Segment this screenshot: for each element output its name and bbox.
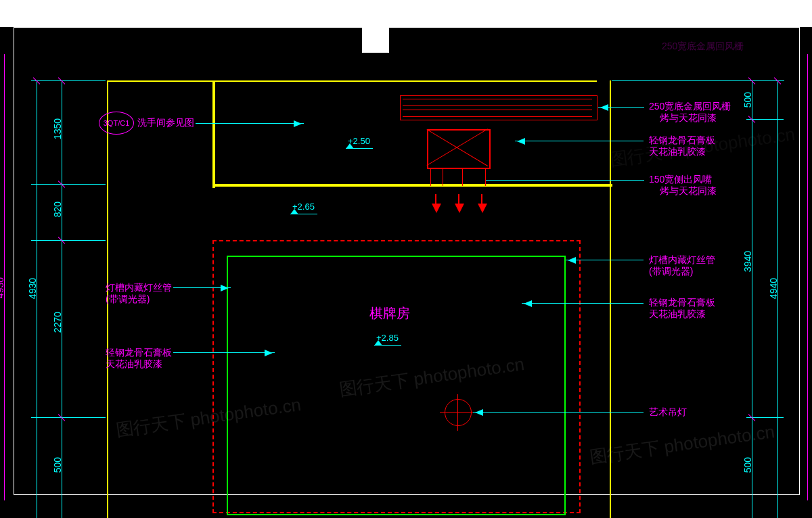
dim-value: 500 bbox=[52, 457, 63, 473]
dim-value: 3940 bbox=[742, 251, 753, 272]
wall-top bbox=[107, 80, 597, 82]
label-return-air-2: 烤与天花同漆 bbox=[660, 112, 717, 124]
label-gypsum-r2-2: 天花油乳胶漆 bbox=[649, 308, 706, 321]
leader-line bbox=[566, 260, 644, 260]
leader-line bbox=[522, 303, 644, 304]
chandelier-symbol bbox=[445, 399, 472, 426]
dim-value-magenta: 4930 bbox=[0, 277, 5, 298]
dim-value-overall: 4930 bbox=[27, 278, 38, 299]
label-gypsum-left: 轻钢龙骨石膏板 bbox=[106, 347, 172, 359]
label-supply-air: 150宽侧出风嘴 bbox=[649, 174, 712, 186]
dim-value: 1350 bbox=[52, 118, 63, 139]
ghost-annotation: 250宽底金属回风栅 bbox=[662, 41, 744, 53]
soffit-inner-line bbox=[227, 256, 566, 515]
label-cove-light-right: 灯槽内藏灯丝管 bbox=[649, 254, 715, 266]
label-cove-light-left: 灯槽内藏灯丝管 bbox=[106, 282, 172, 294]
label-cove-light-left-2: (带调光器) bbox=[106, 293, 150, 306]
label-cove-light-right-2: (带调光器) bbox=[649, 266, 693, 278]
label-chandelier: 艺术吊灯 bbox=[649, 406, 687, 419]
dim-line-right-inner bbox=[752, 80, 752, 518]
label-washroom-ref: 洗手间参见图 bbox=[137, 117, 194, 129]
elevation-mark-icon bbox=[374, 345, 401, 346]
dim-ext-line bbox=[31, 240, 106, 241]
label-supply-air-2: 烤与天花同漆 bbox=[660, 185, 717, 197]
dim-line-outer-magenta bbox=[807, 54, 808, 500]
dim-ext-line bbox=[612, 80, 784, 81]
dim-value-overall: 4940 bbox=[768, 278, 779, 299]
wall-partition-vert bbox=[212, 80, 215, 188]
wall-partition-horiz bbox=[212, 184, 612, 187]
dim-value: 500 bbox=[742, 92, 753, 108]
dim-ext-line bbox=[31, 80, 106, 81]
title-bar bbox=[0, 0, 812, 27]
leader-line bbox=[598, 107, 644, 108]
airflow-arrow-icon bbox=[481, 194, 482, 206]
leader-line bbox=[196, 123, 304, 124]
leader-line bbox=[473, 412, 644, 413]
dim-value: 500 bbox=[742, 457, 753, 473]
dim-value: 2270 bbox=[52, 312, 63, 333]
dim-line-left-inner bbox=[62, 80, 62, 518]
wall-right bbox=[610, 80, 611, 518]
dim-ext-line bbox=[31, 184, 106, 185]
leader-line bbox=[486, 180, 554, 181]
room-name-label: 棋牌房 bbox=[369, 305, 410, 322]
label-gypsum-r2: 轻钢龙骨石膏板 bbox=[649, 297, 715, 309]
reference-bubble: 3QT/C1 bbox=[99, 112, 134, 135]
dim-line-right-outer bbox=[777, 80, 778, 518]
label-gypsum-r1-2: 天花油乳胶漆 bbox=[649, 146, 706, 158]
drawing-viewport[interactable]: 棋牌房 +2.50 +2.65 +2.85 3QT/C1 洗手间参见图 灯槽内藏… bbox=[14, 27, 800, 495]
leader-line bbox=[173, 352, 275, 353]
airflow-arrow-icon bbox=[435, 194, 436, 206]
label-return-air: 250宽底金属回风栅 bbox=[649, 101, 731, 113]
dim-value: 820 bbox=[52, 202, 63, 217]
return-air-grille bbox=[400, 95, 597, 120]
dim-line-left-outer bbox=[37, 80, 37, 518]
supply-air-slot bbox=[430, 168, 486, 186]
elevation-mark-icon bbox=[346, 148, 373, 149]
dim-ext-line bbox=[31, 417, 106, 418]
label-gypsum-left-2: 天花油乳胶漆 bbox=[106, 358, 162, 371]
elevation-mark-icon bbox=[290, 214, 317, 214]
leader-line bbox=[515, 141, 644, 141]
label-gypsum-r1: 轻钢龙骨石膏板 bbox=[649, 135, 715, 147]
airflow-arrow-icon bbox=[458, 194, 459, 206]
leader-line bbox=[173, 287, 231, 288]
leader-line bbox=[554, 180, 644, 181]
